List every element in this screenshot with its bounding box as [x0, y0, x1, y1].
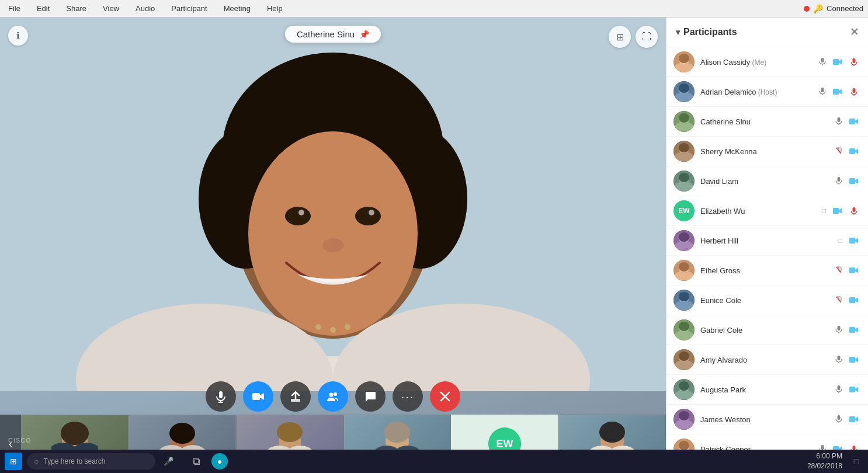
participant-video-button[interactable] [847, 234, 861, 248]
taskbar-mic-icon[interactable]: 🎤 [160, 453, 176, 469]
svg-point-39 [384, 422, 410, 443]
participant-name: Alison Cassidy (Me) [700, 58, 817, 67]
participant-row[interactable]: David Liam [666, 166, 868, 196]
participant-row[interactable]: Herbert Hill□ [666, 226, 868, 256]
participant-video-button[interactable] [831, 204, 845, 218]
participant-video-button[interactable] [847, 323, 861, 337]
panel-collapse-icon[interactable]: ▾ [676, 27, 680, 37]
participant-video-button[interactable] [847, 382, 861, 397]
svg-point-83 [679, 173, 689, 182]
taskbar-apps: ⧉ ● [186, 451, 230, 472]
participant-video-button[interactable] [847, 263, 861, 277]
participant-name: Catherine Sinu [700, 117, 833, 126]
participant-video-button[interactable] [847, 412, 861, 426]
participant-video-button[interactable] [847, 144, 861, 158]
participant-name: David Liam [700, 177, 833, 186]
chat-icon [364, 391, 376, 402]
taskview-button[interactable]: ⧉ [186, 451, 207, 472]
svg-point-16 [345, 324, 350, 330]
participant-video-button[interactable] [847, 293, 861, 307]
participant-mic-status-icon [835, 117, 842, 127]
participant-row[interactable]: Augusta Park [666, 375, 868, 405]
participant-video-button[interactable] [847, 174, 861, 188]
end-call-icon [439, 390, 452, 403]
menu-audio[interactable]: Audio [132, 2, 158, 15]
more-button[interactable]: ··· [393, 381, 423, 412]
participant-mute-button[interactable] [847, 204, 861, 218]
webex-app[interactable]: ● [209, 451, 230, 472]
svg-rect-104 [849, 267, 855, 273]
video-button[interactable] [243, 381, 273, 412]
svg-point-102 [675, 272, 686, 281]
participant-actions: □ [836, 234, 861, 248]
svg-point-35 [277, 422, 303, 442]
participants-icon [327, 390, 339, 403]
participant-row[interactable]: Adrian Delamico (Host) [666, 77, 868, 107]
taskbar-notification-button[interactable]: □ [849, 454, 863, 468]
participant-row[interactable]: Sherry McKenna [666, 137, 868, 166]
svg-point-107 [679, 292, 689, 301]
pin-icon[interactable]: 📌 [359, 30, 369, 39]
participant-mic-status-icon [819, 87, 826, 97]
menu-participant[interactable]: Participant [168, 2, 210, 15]
svg-rect-54 [853, 58, 856, 63]
participant-mic-status-icon [835, 355, 842, 365]
layout-button[interactable]: ⊞ [609, 26, 631, 48]
participant-mute-button[interactable] [847, 55, 861, 69]
svg-rect-90 [853, 207, 856, 212]
participant-row[interactable]: Gabriel Cole [666, 315, 868, 345]
participant-video-button[interactable] [847, 114, 861, 128]
svg-rect-125 [838, 356, 841, 360]
participant-name: Gabriel Cole [700, 326, 833, 335]
participant-mic-status-icon [835, 415, 842, 425]
info-button[interactable]: ℹ [8, 26, 28, 46]
menu-file[interactable]: File [5, 2, 24, 15]
svg-point-124 [675, 361, 686, 370]
participant-row[interactable]: Catherine Sinu [666, 107, 868, 137]
participant-actions [833, 293, 861, 307]
svg-rect-111 [849, 297, 855, 303]
speaker-name: Catherine Sinu [297, 29, 355, 39]
participants-button[interactable] [318, 381, 348, 412]
participants-list: Alison Cassidy (Me) Adrian Delamico (Hos… [666, 47, 868, 473]
menu-share[interactable]: Share [63, 2, 90, 15]
svg-rect-53 [833, 59, 839, 65]
participant-actions: □ [820, 204, 861, 218]
participant-mic-status-icon: □ [822, 207, 826, 215]
participant-avatar [673, 290, 695, 311]
chat-button[interactable] [355, 381, 386, 412]
menu-edit[interactable]: Edit [33, 2, 53, 15]
menu-view[interactable]: View [99, 2, 123, 15]
participant-video-button[interactable] [847, 353, 861, 367]
menu-bar: File Edit Share View Audio Participant M… [0, 0, 868, 18]
participant-row[interactable]: Ethel Gross [666, 256, 868, 286]
fullscreen-button[interactable]: ⛶ [636, 26, 658, 48]
participant-row[interactable]: Eunice Cole [666, 286, 868, 315]
svg-rect-73 [849, 119, 855, 124]
svg-rect-119 [849, 327, 855, 333]
participant-avatar [673, 230, 695, 251]
status-dot-red [804, 6, 810, 12]
participant-video-button[interactable] [831, 55, 845, 69]
participant-video-button[interactable] [831, 85, 845, 99]
participant-row[interactable]: EWElizabeth Wu□ [666, 196, 868, 226]
svg-rect-127 [849, 357, 855, 363]
participant-row[interactable]: James Weston [666, 405, 868, 434]
start-button[interactable]: ⊞ [5, 453, 22, 470]
participant-mute-button[interactable] [847, 85, 861, 99]
cisco-logo: cisco [8, 437, 32, 444]
participant-name: Amy Alvarado [700, 356, 833, 364]
end-call-button[interactable] [430, 381, 460, 412]
mute-button[interactable] [206, 381, 236, 412]
menu-meeting[interactable]: Meeting [220, 2, 254, 15]
share-button[interactable] [280, 381, 311, 412]
search-box[interactable]: ○ Type here to search [27, 453, 155, 469]
panel-close-button[interactable]: ✕ [850, 26, 859, 39]
participant-row[interactable]: Alison Cassidy (Me) [666, 47, 868, 77]
menu-help[interactable]: Help [263, 2, 286, 15]
participant-info: Eunice Cole [700, 296, 833, 305]
participant-row[interactable]: Amy Alvarado [666, 345, 868, 375]
participant-mic-status-icon [819, 57, 826, 67]
participant-mic-status-icon [835, 385, 842, 395]
participant-avatar [673, 379, 695, 400]
